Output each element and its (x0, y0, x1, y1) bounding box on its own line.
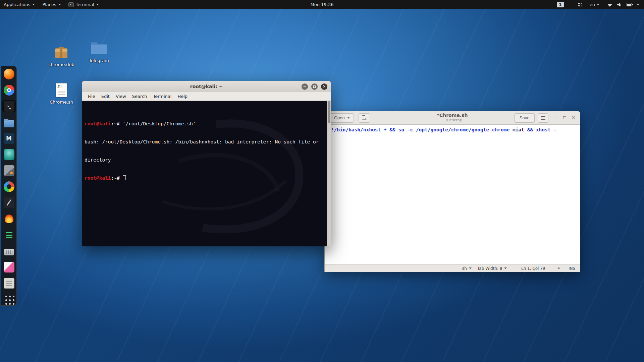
desktop-background: Applications Places >_ Terminal Mon 19:3… (0, 0, 644, 362)
chrome-icon (4, 85, 14, 96)
menu-help[interactable]: Help (174, 92, 191, 101)
dock-item-zenmap[interactable] (2, 165, 16, 177)
battery-icon[interactable] (627, 0, 633, 9)
gedit-text-area[interactable]: #!/bin/bash/nxhost + && su -c /opt/googl… (325, 125, 580, 264)
dock-item-chrome[interactable] (2, 84, 16, 96)
minimize-icon[interactable]: − (302, 83, 308, 90)
command-text: '/root/Desktop/Chrome.sh' (120, 121, 196, 126)
dock-item-files[interactable] (2, 116, 16, 128)
terminal-title: root@kali: ~ (190, 84, 223, 89)
maximize-icon[interactable] (563, 116, 566, 119)
dock-item-keyboard[interactable] (2, 245, 16, 257)
chevron-down-icon (96, 4, 99, 5)
metasploit-icon (4, 133, 14, 144)
places-menu[interactable]: Places (39, 0, 64, 9)
applications-menu[interactable]: Applications (0, 0, 39, 9)
terminal-scrollbar[interactable] (327, 101, 331, 246)
terminal-app-icon: >_ (68, 2, 74, 7)
gedit-window-controls: × (555, 115, 577, 120)
desktop-icon-chrome-sh[interactable]: #! Chrome.sh (45, 83, 78, 105)
workspace-indicator[interactable]: 1 (557, 2, 564, 7)
save-button[interactable]: Save (514, 113, 535, 123)
gedit-headerbar[interactable]: Open *Chrome.sh ~/Desktop Save (325, 111, 580, 125)
active-app-label: Terminal (76, 2, 94, 7)
status-area: 1 en (557, 0, 644, 9)
language-label: sh (462, 266, 467, 271)
maltego-icon (4, 181, 14, 192)
armitage-icon (4, 149, 14, 160)
hamburger-menu-button[interactable] (538, 113, 548, 123)
menu-edit[interactable]: Edit (98, 92, 113, 101)
clock-label: Mon 19:36 (310, 2, 333, 7)
keyboard-layout-menu[interactable]: en (590, 2, 599, 7)
terminal-line: root@kali:~# '/root/Desktop/Chrome.sh' (85, 121, 327, 127)
clock-menu[interactable]: Mon 19:36 (307, 0, 337, 9)
pen-tool-icon (4, 197, 14, 208)
save-button-label: Save (520, 115, 530, 120)
open-button[interactable]: Open (330, 113, 354, 123)
folder-icon (4, 120, 14, 127)
terminal-line: directory (85, 157, 327, 163)
desktop-icon-label: chrome.deb (48, 62, 74, 67)
prompt-user: root@kali (85, 175, 111, 181)
terminal-output-area[interactable]: root@kali:~# '/root/Desktop/Chrome.sh' b… (82, 101, 327, 246)
scrollbar-thumb[interactable] (328, 101, 330, 123)
dock-item-show-apps[interactable] (2, 293, 16, 305)
open-button-label: Open (334, 115, 345, 120)
desktop-icon-telegram[interactable]: Telegram (82, 41, 116, 63)
maximize-icon[interactable] (311, 83, 318, 90)
document-path: ~/Desktop (437, 118, 468, 122)
menu-terminal[interactable]: Terminal (150, 92, 174, 101)
chevron-down-icon (347, 117, 350, 119)
dock-item-ettercap[interactable] (2, 213, 16, 225)
prompt-suffix: :~# (111, 175, 120, 181)
prompt-user: root@kali (85, 121, 111, 126)
terminal-icon (4, 101, 14, 112)
error-text: bash: /root/Desktop/Chrome.sh: /bin/bash… (85, 139, 319, 144)
dock-item-media[interactable] (2, 261, 16, 273)
dock-item-terminal[interactable] (2, 100, 16, 112)
statusbar-dropdown[interactable] (557, 267, 560, 269)
dock-item-texteditor[interactable] (2, 277, 16, 289)
volume-icon[interactable] (617, 0, 623, 9)
code-segment: && xhost - (527, 127, 556, 132)
applications-menu-label: Applications (4, 2, 30, 7)
media-app-icon (4, 262, 14, 273)
active-app-menu[interactable]: >_ Terminal (65, 0, 103, 9)
chevron-down-icon (32, 4, 35, 5)
cursor-position-indicator[interactable]: Ln 1, Col 79 (521, 266, 545, 271)
chevron-down-icon[interactable] (637, 4, 639, 5)
chevron-down-icon (469, 267, 472, 269)
menu-view[interactable]: View (113, 92, 129, 101)
users-icon[interactable] (577, 0, 583, 9)
minimize-icon[interactable] (555, 118, 558, 118)
menu-search[interactable]: Search (129, 92, 150, 101)
flame-icon (4, 214, 14, 224)
desktop-icon-label-selected: Chrome.sh (48, 100, 75, 105)
close-icon[interactable]: × (571, 115, 576, 120)
desktop-icon-chrome-deb[interactable]: chrome.deb (45, 46, 78, 67)
terminal-line: bash: /root/Desktop/Chrome.sh: /bin/bash… (85, 139, 327, 145)
chevron-down-icon (557, 267, 560, 269)
top-bar: Applications Places >_ Terminal Mon 19:3… (0, 0, 644, 9)
dock-item-pentool[interactable] (2, 197, 16, 209)
terminal-titlebar[interactable]: root@kali: ~ − ✕ (82, 81, 331, 92)
dock-item-armitage[interactable] (2, 148, 16, 161)
package-icon (54, 46, 69, 60)
dock-item-firefox[interactable] (2, 68, 16, 80)
places-menu-label: Places (42, 2, 56, 7)
dock-item-openvas[interactable] (2, 229, 16, 241)
close-icon[interactable]: ✕ (321, 83, 327, 90)
menu-file[interactable]: File (85, 92, 98, 101)
zenmap-icon (4, 165, 14, 176)
hamburger-icon (541, 118, 545, 118)
tab-width-label: Tab Width: 8 (477, 266, 502, 271)
shebang-glyph: #! (57, 84, 62, 89)
chevron-down-icon (58, 4, 61, 5)
language-selector[interactable]: sh (462, 266, 472, 271)
wifi-icon[interactable] (607, 0, 613, 9)
new-document-button[interactable] (359, 113, 370, 123)
dock-item-metasploit[interactable] (2, 132, 16, 144)
dock-item-maltego[interactable] (2, 181, 16, 193)
tab-width-selector[interactable]: Tab Width: 8 (477, 266, 507, 271)
